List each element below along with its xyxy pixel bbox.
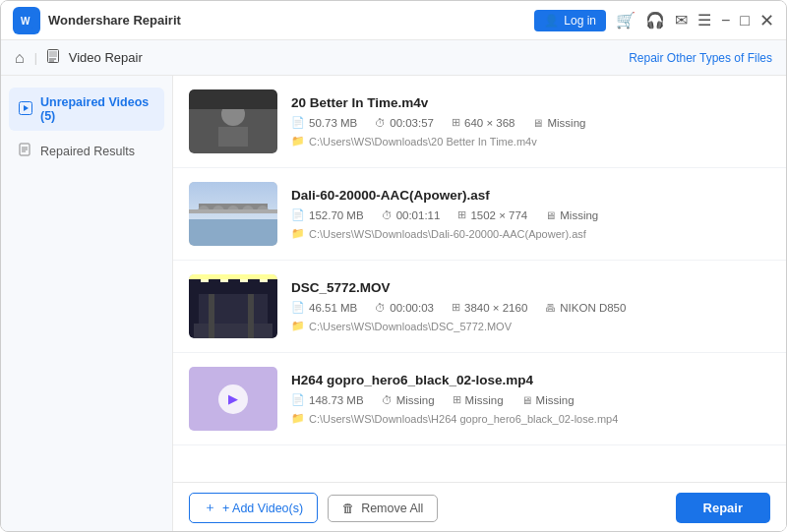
clock-icon: ⏱ [375, 302, 386, 314]
remove-all-button[interactable]: 🗑 Remove All [328, 495, 438, 522]
file-icon: 📄 [291, 116, 305, 129]
minimize-button[interactable]: − [721, 12, 730, 30]
file-name: 20 Better In Time.m4v [291, 95, 770, 110]
maximize-button[interactable]: □ [740, 12, 750, 30]
main-layout: Unrepaired Videos (5) Repaired Results [1, 76, 786, 532]
list-item: 20 Better In Time.m4v 📄 50.73 MB ⏱ 00:03… [173, 76, 786, 168]
footer: ＋ + Add Video(s) 🗑 Remove All Repair [173, 482, 786, 532]
file-duration: ⏱ 00:03:57 [375, 117, 434, 129]
nav-separator: | [34, 51, 37, 65]
file-resolution: ⊞ Missing [453, 393, 504, 406]
title-bar-actions: 👤 Log in 🛒 🎧 ✉ ☰ − □ ✕ [534, 10, 774, 31]
file-resolution: ⊞ 1502 × 774 [457, 208, 527, 221]
nav-label: Video Repair [69, 50, 143, 65]
clock-icon: ⏱ [375, 117, 386, 129]
clock-icon: ⏱ [382, 209, 393, 221]
file-name: DSC_5772.MOV [291, 280, 770, 295]
repaired-icon [19, 143, 32, 159]
file-size: 📄 152.70 MB [291, 208, 364, 221]
svg-text:W: W [21, 16, 30, 27]
list-item: DSC_5772.MOV 📄 46.51 MB ⏱ 00:00:03 ⊞ 38 [173, 261, 786, 353]
repair-button[interactable]: Repair [676, 493, 770, 523]
file-name: H264 gopro_hero6_black_02-lose.mp4 [291, 373, 770, 387]
resolution-icon: ⊞ [452, 116, 460, 129]
file-size: 📄 50.73 MB [291, 116, 357, 129]
file-duration: ⏱ Missing [382, 394, 435, 406]
content-area: 20 Better In Time.m4v 📄 50.73 MB ⏱ 00:03… [173, 76, 786, 532]
file-icon: 📄 [291, 393, 305, 406]
file-icon: 📄 [291, 208, 305, 221]
folder-icon: 📁 [291, 135, 305, 148]
resolution-icon: ⊞ [452, 301, 460, 314]
file-path: 📁 C:\Users\WS\Downloads\20 Better In Tim… [291, 135, 770, 148]
file-info: Dali-60-20000-AAC(Apower).asf 📄 152.70 M… [291, 188, 770, 240]
file-extra: 🖥 Missing [532, 117, 585, 129]
sidebar-item-unrepaired[interactable]: Unrepaired Videos (5) [9, 88, 164, 131]
file-resolution: ⊞ 3840 × 2160 [452, 301, 527, 314]
sidebar: Unrepaired Videos (5) Repaired Results [1, 76, 173, 532]
folder-icon: 📁 [291, 227, 305, 240]
file-name: Dali-60-20000-AAC(Apower).asf [291, 188, 770, 203]
file-size: 📄 46.51 MB [291, 301, 357, 314]
play-icon: ▶ [218, 384, 248, 414]
add-videos-button[interactable]: ＋ + Add Video(s) [189, 493, 318, 523]
file-meta: 📄 148.73 MB ⏱ Missing ⊞ Missing 🖥 [291, 393, 770, 406]
resolution-icon: ⊞ [457, 208, 466, 221]
file-duration: ⏱ 00:01:11 [382, 209, 441, 221]
menu-button[interactable]: ☰ [697, 11, 711, 30]
add-icon: ＋ [204, 500, 216, 516]
file-extra: 🖥 Missing [521, 394, 575, 406]
home-button[interactable]: ⌂ [15, 49, 25, 67]
headphone-button[interactable]: 🎧 [645, 11, 665, 30]
nav-bar: ⌂ | Video Repair Repair Other Types of F… [1, 40, 786, 76]
file-duration: ⏱ 00:00:03 [375, 302, 434, 314]
close-button[interactable]: ✕ [759, 10, 774, 31]
folder-icon: 📁 [291, 412, 305, 425]
app-title: Wondershare Repairit [48, 13, 526, 28]
email-button[interactable]: ✉ [675, 11, 688, 30]
file-thumbnail [189, 182, 277, 246]
sidebar-item-repaired[interactable]: Repaired Results [9, 135, 164, 167]
monitor-icon: 🖥 [521, 394, 532, 406]
file-path: 📁 C:\Users\WS\Downloads\Dali-60-20000-AA… [291, 227, 770, 240]
file-path: 📁 C:\Users\WS\Downloads\DSC_5772.MOV [291, 320, 770, 332]
file-meta: 📄 152.70 MB ⏱ 00:01:11 ⊞ 1502 × 774 � [291, 208, 770, 221]
file-info: DSC_5772.MOV 📄 46.51 MB ⏱ 00:00:03 ⊞ 38 [291, 280, 770, 332]
clock-icon: ⏱ [382, 394, 393, 406]
nav-section: Video Repair [47, 49, 143, 66]
file-info: 20 Better In Time.m4v 📄 50.73 MB ⏱ 00:03… [291, 95, 770, 148]
resolution-icon: ⊞ [453, 393, 461, 406]
monitor-icon: 🖥 [532, 117, 543, 129]
repair-other-link[interactable]: Repair Other Types of Files [629, 51, 772, 65]
folder-icon: 📁 [291, 320, 305, 332]
list-item: ▶ H264 gopro_hero6_black_02-lose.mp4 📄 1… [173, 353, 786, 445]
unrepaired-label: Unrepaired Videos (5) [40, 95, 154, 123]
login-button[interactable]: 👤 Log in [534, 10, 606, 31]
file-extra: 🖷 NIKON D850 [545, 302, 626, 314]
svg-rect-3 [49, 51, 57, 57]
file-extra: 🖥 Missing [545, 209, 598, 221]
cart-button[interactable]: 🛒 [616, 11, 636, 30]
file-size: 📄 148.73 MB [291, 393, 364, 406]
video-nav-icon [47, 49, 63, 66]
file-info: H264 gopro_hero6_black_02-lose.mp4 📄 148… [291, 373, 770, 425]
app-logo: W [13, 7, 40, 34]
monitor-icon: 🖥 [545, 209, 556, 221]
user-icon: 👤 [544, 14, 559, 28]
file-meta: 📄 46.51 MB ⏱ 00:00:03 ⊞ 3840 × 2160 � [291, 301, 770, 314]
unrepaired-icon [19, 101, 32, 118]
file-thumbnail [189, 89, 277, 153]
file-thumbnail-placeholder: ▶ [189, 367, 277, 431]
file-thumbnail [189, 274, 277, 338]
file-path: 📁 C:\Users\WS\Downloads\H264 gopro_hero6… [291, 412, 770, 425]
file-resolution: ⊞ 640 × 368 [452, 116, 515, 129]
file-list: 20 Better In Time.m4v 📄 50.73 MB ⏱ 00:03… [173, 76, 786, 482]
list-item: Dali-60-20000-AAC(Apower).asf 📄 152.70 M… [173, 168, 786, 261]
monitor-icon: 🖷 [545, 302, 556, 314]
title-bar: W Wondershare Repairit 👤 Log in 🛒 🎧 ✉ ☰ … [1, 1, 786, 40]
file-meta: 📄 50.73 MB ⏱ 00:03:57 ⊞ 640 × 368 🖥 [291, 116, 770, 129]
repaired-label: Repaired Results [40, 145, 135, 158]
trash-icon: 🗑 [342, 502, 355, 515]
file-icon: 📄 [291, 301, 305, 314]
